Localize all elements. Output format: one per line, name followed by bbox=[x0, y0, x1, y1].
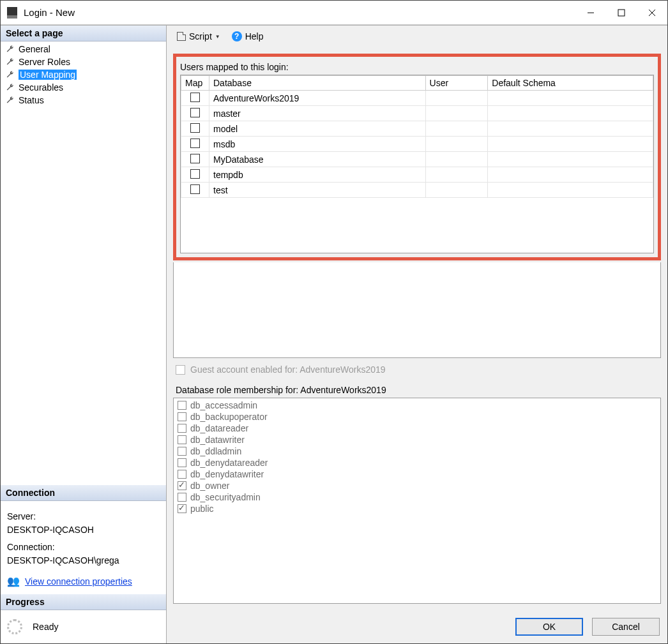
cell-schema[interactable] bbox=[488, 106, 653, 121]
map-checkbox[interactable] bbox=[190, 169, 200, 179]
table-row[interactable]: msdb bbox=[181, 137, 653, 152]
connection-value: DESKTOP-IQCASOH\grega bbox=[7, 554, 160, 567]
cell-database[interactable]: AdventureWorks2019 bbox=[209, 91, 426, 106]
server-value: DESKTOP-IQCASOH bbox=[7, 523, 160, 537]
wrench-icon bbox=[6, 57, 15, 66]
select-page-header: Select a page bbox=[1, 26, 166, 41]
cell-schema[interactable] bbox=[488, 121, 653, 137]
window-title: Login - New bbox=[24, 7, 575, 18]
connection-header: Connection bbox=[1, 485, 166, 501]
table-row[interactable]: model bbox=[181, 121, 653, 137]
sidebar-item-user-mapping[interactable]: User Mapping bbox=[1, 68, 166, 81]
connection-label: Connection: bbox=[7, 541, 160, 554]
minimize-button[interactable] bbox=[575, 1, 606, 25]
script-label: Script bbox=[189, 31, 212, 41]
cell-schema[interactable] bbox=[488, 91, 653, 106]
cell-schema[interactable] bbox=[488, 183, 653, 198]
sidebar-item-securables[interactable]: Securables bbox=[1, 81, 166, 94]
cell-user[interactable] bbox=[425, 167, 488, 183]
role-checkbox[interactable] bbox=[178, 435, 186, 444]
cell-user[interactable] bbox=[425, 183, 488, 198]
col-user[interactable]: User bbox=[425, 76, 488, 91]
table-row[interactable]: tempdb bbox=[181, 167, 653, 183]
ok-button[interactable]: OK bbox=[515, 618, 583, 636]
help-icon: ? bbox=[232, 31, 242, 41]
script-button[interactable]: Script ▼ bbox=[173, 29, 224, 43]
chevron-down-icon: ▼ bbox=[215, 34, 220, 40]
cell-database[interactable]: master bbox=[209, 106, 426, 121]
col-database[interactable]: Database bbox=[209, 76, 426, 91]
roles-title: Database role membership for: AdventureW… bbox=[176, 385, 658, 395]
col-schema[interactable]: Default Schema bbox=[488, 76, 653, 91]
role-item[interactable]: db_ddladmin bbox=[175, 446, 659, 457]
role-label: db_datareader bbox=[190, 423, 248, 433]
role-checkbox[interactable] bbox=[178, 504, 186, 513]
role-label: db_denydatareader bbox=[190, 458, 268, 468]
users-mapped-grid[interactable]: Map Database User Default Schema Adventu… bbox=[180, 75, 654, 253]
wrench-icon bbox=[6, 83, 15, 92]
role-item[interactable]: db_datareader bbox=[175, 423, 659, 434]
cell-database[interactable]: tempdb bbox=[209, 167, 426, 183]
role-checkbox[interactable] bbox=[178, 493, 186, 502]
sidebar-item-status[interactable]: Status bbox=[1, 94, 166, 107]
map-checkbox[interactable] bbox=[190, 93, 200, 102]
map-checkbox[interactable] bbox=[190, 139, 200, 148]
view-connection-properties-link[interactable]: View connection properties bbox=[25, 575, 132, 588]
guest-label: Guest account enabled for: AdventureWork… bbox=[190, 364, 386, 375]
sidebar-item-server-roles[interactable]: Server Roles bbox=[1, 56, 166, 68]
help-button[interactable]: ? Help bbox=[228, 29, 268, 43]
role-label: db_denydatawriter bbox=[190, 469, 264, 479]
sidebar-item-label: Status bbox=[19, 95, 44, 105]
role-item[interactable]: db_denydatareader bbox=[175, 457, 659, 468]
wrench-icon bbox=[6, 45, 15, 54]
cell-user[interactable] bbox=[425, 137, 488, 152]
roles-list[interactable]: db_accessadmindb_backupoperatordb_datare… bbox=[173, 398, 661, 604]
role-item[interactable]: db_denydatawriter bbox=[175, 468, 659, 480]
role-item[interactable]: db_backupoperator bbox=[175, 411, 659, 423]
map-checkbox[interactable] bbox=[190, 154, 200, 163]
role-item[interactable]: db_securityadmin bbox=[175, 491, 659, 503]
progress-header: Progress bbox=[1, 594, 166, 610]
map-checkbox[interactable] bbox=[190, 184, 200, 194]
cell-schema[interactable] bbox=[488, 167, 653, 183]
role-checkbox[interactable] bbox=[178, 458, 186, 467]
table-row[interactable]: master bbox=[181, 106, 653, 121]
role-checkbox[interactable] bbox=[178, 481, 186, 490]
sidebar-item-general[interactable]: General bbox=[1, 43, 166, 56]
role-label: db_owner bbox=[190, 481, 230, 491]
role-item[interactable]: public bbox=[175, 503, 659, 514]
cell-database[interactable]: model bbox=[209, 121, 426, 137]
cell-schema[interactable] bbox=[488, 152, 653, 167]
maximize-button[interactable] bbox=[606, 1, 637, 25]
user-mapping-highlight: Users mapped to this login: Map Database… bbox=[173, 54, 661, 260]
server-label: Server: bbox=[7, 510, 160, 523]
cell-database[interactable]: test bbox=[209, 183, 426, 198]
cell-user[interactable] bbox=[425, 106, 488, 121]
cell-user[interactable] bbox=[425, 152, 488, 167]
cell-database[interactable]: msdb bbox=[209, 137, 426, 152]
role-item[interactable]: db_owner bbox=[175, 480, 659, 491]
cell-schema[interactable] bbox=[488, 137, 653, 152]
role-checkbox[interactable] bbox=[178, 470, 186, 479]
role-checkbox[interactable] bbox=[178, 412, 186, 421]
close-button[interactable] bbox=[637, 1, 667, 25]
table-row[interactable]: test bbox=[181, 183, 653, 198]
help-label: Help bbox=[245, 31, 264, 41]
cell-user[interactable] bbox=[425, 91, 488, 106]
role-checkbox[interactable] bbox=[178, 424, 186, 433]
cell-user[interactable] bbox=[425, 121, 488, 137]
map-checkbox[interactable] bbox=[190, 123, 200, 133]
role-item[interactable]: db_datawriter bbox=[175, 434, 659, 446]
role-checkbox[interactable] bbox=[178, 401, 186, 410]
cell-database[interactable]: MyDatabase bbox=[209, 152, 426, 167]
table-row[interactable]: MyDatabase bbox=[181, 152, 653, 167]
role-item[interactable]: db_accessadmin bbox=[175, 400, 659, 411]
map-checkbox[interactable] bbox=[190, 108, 200, 117]
cancel-button[interactable]: Cancel bbox=[592, 618, 660, 636]
role-checkbox[interactable] bbox=[178, 447, 186, 456]
col-map[interactable]: Map bbox=[181, 76, 209, 91]
role-label: db_backupoperator bbox=[190, 412, 268, 422]
wrench-icon bbox=[6, 96, 15, 105]
table-row[interactable]: AdventureWorks2019 bbox=[181, 91, 653, 106]
app-icon bbox=[7, 7, 17, 19]
